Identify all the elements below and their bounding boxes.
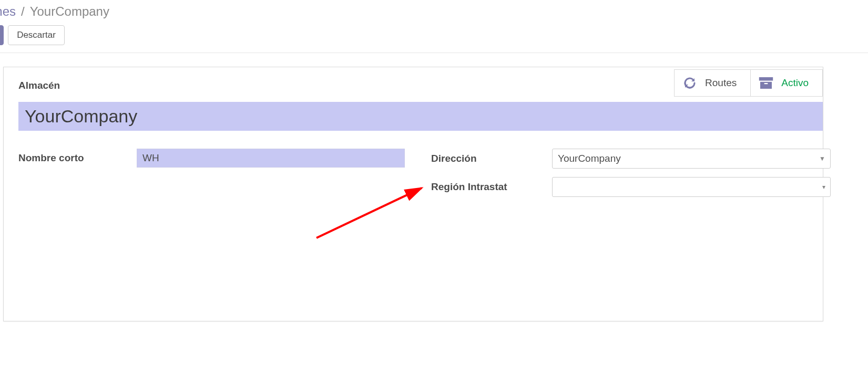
breadcrumb-parent[interactable]: enes — [0, 4, 16, 19]
active-label: Activo — [781, 77, 809, 89]
breadcrumb-current: YourCompany — [30, 4, 109, 19]
breadcrumb: enes / YourCompany — [0, 0, 868, 25]
stat-buttons: Routes Activo — [674, 69, 823, 97]
intrastat-select[interactable]: ▾ — [552, 177, 831, 197]
discard-button[interactable]: Descartar — [8, 25, 65, 45]
address-label: Dirección — [431, 153, 552, 164]
save-button[interactable]: ar — [0, 25, 4, 45]
routes-label: Routes — [705, 77, 737, 89]
caret-down-icon: ▾ — [822, 183, 825, 191]
archive-icon — [758, 76, 774, 90]
svg-rect-0 — [759, 77, 773, 81]
breadcrumb-separator: / — [21, 4, 25, 19]
intrastat-label: Región Intrastat — [431, 181, 552, 193]
svg-rect-2 — [764, 83, 768, 84]
divider — [0, 53, 868, 53]
form-sheet: Routes Activo Almacén Nombre corto — [3, 67, 823, 321]
right-column: Dirección YourCompany ▼ Región Intrastat… — [431, 149, 831, 205]
shortname-input[interactable] — [137, 149, 405, 168]
address-select[interactable]: YourCompany ▼ — [552, 149, 831, 169]
routes-button[interactable]: Routes — [674, 69, 751, 97]
svg-rect-1 — [760, 82, 772, 89]
address-value: YourCompany — [558, 153, 621, 164]
caret-down-icon: ▼ — [819, 155, 825, 162]
shortname-label: Nombre corto — [18, 152, 137, 164]
action-bar: ar Descartar — [0, 25, 868, 45]
left-column: Nombre corto — [18, 149, 405, 205]
active-button[interactable]: Activo — [751, 69, 823, 97]
refresh-icon — [682, 76, 698, 90]
warehouse-name-input[interactable] — [18, 102, 823, 131]
